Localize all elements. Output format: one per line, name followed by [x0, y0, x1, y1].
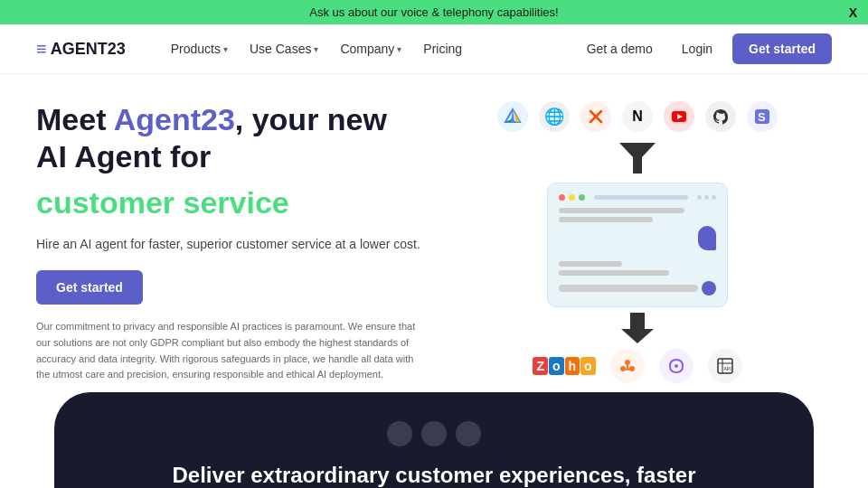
- announcement-banner: Ask us about our voice & telephony capab…: [0, 0, 868, 24]
- main-content: Meet Agent23, your new AI Agent for cust…: [0, 74, 868, 401]
- chat-input-bar: [559, 285, 698, 292]
- dot-3: [456, 421, 481, 446]
- window-dot-yellow: [569, 194, 575, 201]
- api-icon: API: [708, 349, 742, 383]
- github-icon: [705, 101, 736, 132]
- nav-item-usecases[interactable]: Use Cases ▾: [241, 36, 327, 61]
- window-dot-red: [559, 194, 565, 201]
- chat-header: [559, 194, 716, 201]
- integration-icons-bottom: Zoho: [533, 349, 741, 383]
- svg-point-18: [675, 364, 678, 368]
- chevron-down-icon: ▾: [314, 44, 318, 54]
- login-link[interactable]: Login: [673, 36, 722, 61]
- bottom-headline: Deliver extraordinary customer experienc…: [163, 461, 705, 488]
- notion-icon: N: [622, 101, 653, 132]
- arrow-down-icon: [619, 313, 656, 343]
- globe-icon: 🌐: [539, 101, 570, 132]
- privacy-text: Our commitment to privacy and responsibl…: [36, 319, 425, 382]
- bottom-section: Deliver extraordinary customer experienc…: [54, 392, 814, 488]
- integration-icons-top: 🌐 N S: [497, 101, 778, 132]
- nav-item-company[interactable]: Company ▾: [331, 36, 410, 61]
- dot-2: [421, 421, 447, 446]
- navigation: ≡ AGENT23 Products ▾ Use Cases ▾ Company…: [0, 24, 868, 74]
- window-dot-green: [579, 194, 585, 201]
- hero-title: Meet Agent23, your new AI Agent for: [36, 101, 425, 175]
- hero-cta-button[interactable]: Get started: [36, 270, 143, 305]
- zapier-icon: [580, 101, 611, 132]
- banner-close-button[interactable]: X: [849, 5, 857, 20]
- svg-marker-10: [619, 143, 656, 174]
- stripe-icon: S: [747, 101, 778, 132]
- logo-text: AGENT23: [51, 40, 126, 59]
- google-drive-icon: [497, 101, 528, 132]
- funnel-icon: [615, 139, 660, 179]
- nav-actions: Get a demo Login Get started: [578, 33, 832, 64]
- svg-line-16: [627, 369, 632, 370]
- svg-marker-11: [621, 313, 654, 343]
- bottom-section-wrapper: Deliver extraordinary customer experienc…: [0, 392, 868, 488]
- hero-description: Hire an AI agent for faster, superior cu…: [36, 235, 425, 254]
- chat-line-4: [559, 270, 669, 276]
- svg-point-12: [625, 360, 630, 365]
- get-started-nav-button[interactable]: Get started: [732, 33, 832, 64]
- chat-preview: [547, 183, 728, 307]
- hero-subtitle: customer service: [36, 184, 425, 221]
- youtube-icon: [664, 101, 694, 132]
- hubspot-icon: [610, 349, 645, 383]
- chat-line-1: [559, 208, 684, 213]
- dot-1: [387, 421, 412, 446]
- banner-text: Ask us about our voice & telephony capab…: [309, 5, 558, 19]
- chat-bubble: [698, 226, 716, 250]
- logo-icon: ≡: [36, 39, 47, 60]
- nav-item-pricing[interactable]: Pricing: [414, 36, 471, 61]
- logo[interactable]: ≡ AGENT23: [36, 39, 126, 60]
- nav-item-products[interactable]: Products ▾: [162, 36, 237, 61]
- chat-line-3: [559, 261, 622, 267]
- decorative-dots: [90, 421, 778, 446]
- nav-links: Products ▾ Use Cases ▾ Company ▾ Pricing: [162, 36, 560, 61]
- chat-input-area: [559, 281, 716, 296]
- chevron-down-icon: ▾: [223, 44, 228, 54]
- chat-line-2: [559, 217, 653, 222]
- svg-line-17: [623, 369, 627, 370]
- svg-text:S: S: [758, 110, 766, 124]
- hero-section: Meet Agent23, your new AI Agent for cust…: [36, 101, 425, 383]
- webhook-icon: [659, 349, 693, 383]
- hero-graphic: 🌐 N S: [443, 101, 832, 383]
- svg-text:API: API: [723, 366, 731, 371]
- get-demo-link[interactable]: Get a demo: [578, 36, 662, 61]
- zoho-icon: Zoho: [533, 357, 595, 375]
- chevron-down-icon: ▾: [397, 44, 401, 54]
